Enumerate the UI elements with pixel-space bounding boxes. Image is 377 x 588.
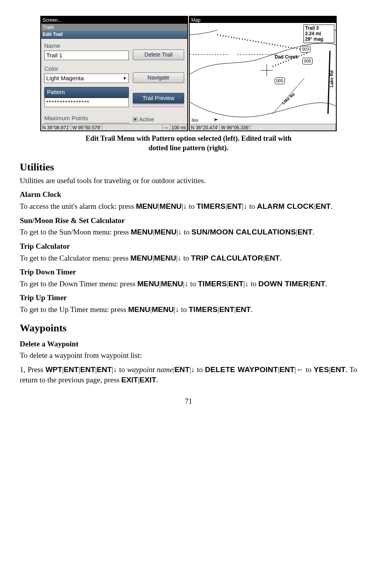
down-arrow-icon: ↓ <box>113 365 117 374</box>
t: To get to the Sun/Moon menu: press <box>20 228 131 236</box>
bubble-006: 006 <box>302 58 313 64</box>
map-canvas[interactable]: Trail 3 2.24 mi 29° mag 003 006 005 Dad … <box>190 23 336 124</box>
field-color-value: Light Magenta <box>46 75 84 82</box>
t: . <box>280 254 282 262</box>
t: To get to the Calculator menu: press <box>20 254 130 262</box>
status-zoom: 100 mi <box>170 124 187 130</box>
key-ent: ENT <box>316 202 331 210</box>
checkbox-active-label: Active <box>139 116 154 123</box>
key-menu: MENU <box>161 280 183 288</box>
chevron-down-icon: ▼ <box>123 75 127 82</box>
heading-tripcalc: Trip Calculator <box>20 241 357 251</box>
key-menu: MENU <box>128 305 150 314</box>
page-number: 71 <box>20 397 357 406</box>
t: to <box>306 365 314 374</box>
para-tripcalc: To get to the Calculator menu: press MEN… <box>20 253 357 263</box>
t: to <box>188 280 198 288</box>
down-arrow-icon: ↓ <box>175 305 179 314</box>
info-trail-brg: 29° mag <box>305 37 333 42</box>
caption-line2: dotted line pattern (right). <box>149 144 228 152</box>
heading-tripup: Trip Up Timer <box>20 293 357 303</box>
delete-trail-button[interactable]: Delete Trail <box>133 49 184 60</box>
status-lat-r: N 36°20.474' <box>190 124 220 130</box>
label-pattern-selected[interactable]: Pattern <box>44 87 129 98</box>
navigate-button[interactable]: Navigate <box>133 72 184 83</box>
key-ent: ENT <box>310 280 325 288</box>
heading-sunmoon: Sun/Moon Rise & Set Calculator <box>20 216 357 226</box>
key-menu: MENU <box>137 280 159 288</box>
field-pattern[interactable]: **************** <box>44 98 129 107</box>
t: to <box>182 228 191 236</box>
key-ent: ENT <box>175 365 190 374</box>
key-ent: ENT <box>265 254 280 262</box>
heading-alarm-clock: Alarm Clock <box>20 189 357 200</box>
waypoint-name-placeholder: waypoint name <box>127 365 173 374</box>
target-sunmoon: SUN/MOON CALCULATIONS <box>191 228 296 236</box>
key-ent: ENT <box>236 305 251 314</box>
utilities-intro: Utilities are useful tools for traveling… <box>20 176 357 186</box>
caption-line1: Edit Trail Menu with Pattern option sele… <box>86 134 292 142</box>
t: To access the unit's alarm clock: press <box>20 202 136 210</box>
trail-preview-button[interactable]: Trail Preview <box>133 93 184 104</box>
down-arrow-icon: ↓ <box>243 202 247 210</box>
status-bar-right: N 36°20.474' W 96°06.336' <box>190 124 336 130</box>
key-exit: EXIT <box>121 376 138 384</box>
t: . <box>325 280 327 288</box>
target-delete-waypoint: DELETE WAYPOINT <box>205 365 278 374</box>
key-ent: ENT <box>219 305 234 314</box>
label-max-points: Maximum Points <box>44 114 129 122</box>
key-ent: ENT <box>228 280 243 288</box>
key-ent: ENT <box>80 365 95 374</box>
target-alarm-clock: ALARM CLOCK <box>257 202 314 210</box>
t: . <box>156 376 158 384</box>
status-bar-left: N 36°08.971' W 95°50.579' ↔ 100 mi <box>41 124 187 130</box>
down-arrow-icon: ↓ <box>178 228 182 236</box>
label-name: Name <box>44 42 129 50</box>
field-color[interactable]: Light Magenta ▼ <box>44 74 129 83</box>
figure-row: Screen... Trails Edit Trail Name Trail 1… <box>20 16 357 131</box>
para-tripdown: To get to the Down Timer menu: press MEN… <box>20 279 357 289</box>
para-tripup: To get to the Up Timer menu: press MENU|… <box>20 304 357 315</box>
left-arrow-icon: ← <box>296 365 303 374</box>
para-delwpt-intro: To delete a waypoint from waypoint list: <box>20 350 357 361</box>
key-menu: MENU <box>154 254 176 262</box>
target-timers: TIMERS <box>188 305 218 314</box>
t: To get to the Down Timer menu: press <box>20 280 137 288</box>
t: 1, Press <box>20 365 45 374</box>
down-arrow-icon: ↓ <box>183 202 187 210</box>
field-name[interactable]: Trail 1 <box>44 51 129 60</box>
screenshot-map: Map Trail 3 2.24 mi 29° m <box>189 16 337 131</box>
key-ent: ENT <box>279 365 294 374</box>
checkbox-active[interactable]: Active <box>133 116 184 123</box>
target-tripcalc: TRIP CALCULATOR <box>191 254 263 262</box>
key-exit: EXIT <box>139 376 156 384</box>
zoom-arrows-icon: ↔ <box>163 124 170 130</box>
target-timers: TIMERS <box>196 202 226 210</box>
target-timers: TIMERS <box>198 280 227 288</box>
bubble-005: 005 <box>275 78 285 84</box>
status-lon: W 95°50.579' <box>71 124 102 130</box>
key-ent: ENT <box>64 365 79 374</box>
map-info-box: Trail 3 2.24 mi 29° mag <box>303 25 334 43</box>
heading-waypoints: Waypoints <box>20 321 357 335</box>
status-lon-r: W 96°06.336' <box>220 124 251 130</box>
t: to <box>181 254 191 262</box>
trail-preview-swatch <box>133 104 184 107</box>
heading-utilities: Utilities <box>20 160 357 174</box>
info-trail-name: Trail 3 <box>305 26 333 31</box>
key-ent: ENT <box>298 228 313 236</box>
para-delwpt-step1: 1, Press WPT|ENT|ENT|ENT|↓ to waypoint n… <box>20 365 357 385</box>
screenshot-edit-trail: Screen... Trails Edit Trail Name Trail 1… <box>40 16 188 131</box>
down-arrow-icon: ↓ <box>191 365 195 374</box>
figure-caption: Edit Trail Menu with Pattern option sele… <box>20 134 357 153</box>
label-dad-creek: Dad Creek <box>275 54 298 60</box>
key-ent: ENT <box>227 202 242 210</box>
t: to <box>179 305 188 314</box>
t: . <box>331 202 333 210</box>
t: to <box>195 365 205 374</box>
compass-icon: ➣ <box>213 116 218 123</box>
down-arrow-icon: ↓ <box>177 254 181 262</box>
heading-tripdown: Trip Down Timer <box>20 267 357 277</box>
panel-title: Edit Trail <box>41 31 187 38</box>
subbar-trails: Trails <box>41 24 187 31</box>
